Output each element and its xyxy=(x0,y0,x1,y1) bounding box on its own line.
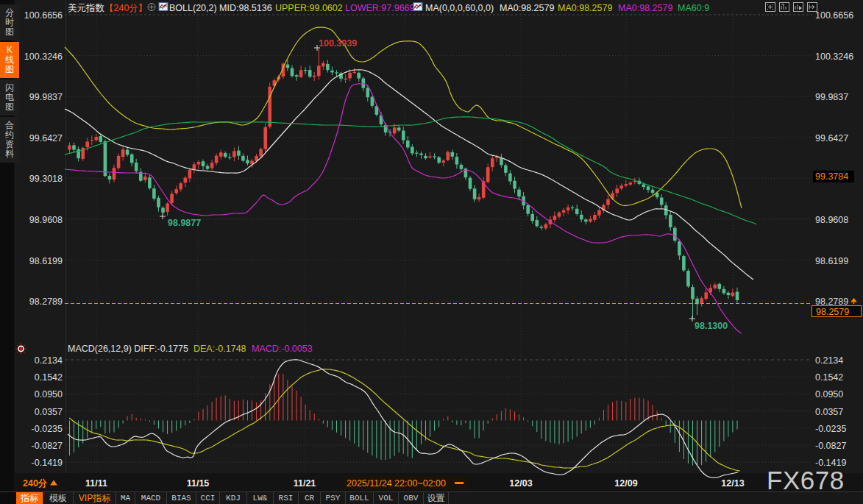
svg-text:0.2134: 0.2134 xyxy=(815,355,843,366)
svg-text:100.3246: 100.3246 xyxy=(24,52,63,62)
svg-text:-0.0827: -0.0827 xyxy=(815,441,846,451)
svg-text:-0.0827: -0.0827 xyxy=(32,441,63,451)
svg-text:12/13: 12/13 xyxy=(721,478,744,489)
svg-text:99.3784: 99.3784 xyxy=(815,171,848,182)
svg-text:0.0950: 0.0950 xyxy=(35,389,63,400)
svg-text:美元指数: 美元指数 xyxy=(68,3,105,13)
svg-text:12/03: 12/03 xyxy=(509,478,532,489)
svg-text:100.3246: 100.3246 xyxy=(815,52,853,62)
svg-text:240分: 240分 xyxy=(23,478,48,489)
svg-text:11/15: 11/15 xyxy=(187,478,210,489)
svg-text:MA0:98.2579: MA0:98.2579 xyxy=(558,3,612,13)
svg-text:0.0357: 0.0357 xyxy=(35,407,63,417)
svg-text:100.3939: 100.3939 xyxy=(319,38,357,49)
svg-text:99.6427: 99.6427 xyxy=(815,133,848,143)
svg-text:2025/11/24 22:00~02:00: 2025/11/24 22:00~02:00 xyxy=(347,478,446,489)
svg-text:-0.0235: -0.0235 xyxy=(815,424,846,434)
svg-text:MA0:98.2579: MA0:98.2579 xyxy=(500,3,554,13)
svg-text:LOWER:97.9669: LOWER:97.9669 xyxy=(345,3,415,13)
svg-text:UPPER:99.0602: UPPER:99.0602 xyxy=(275,3,343,13)
svg-text:12/09: 12/09 xyxy=(614,478,637,489)
svg-text:98.1300: 98.1300 xyxy=(695,321,728,331)
svg-text:MA0:98.2579: MA0:98.2579 xyxy=(618,3,672,13)
svg-text:98.9608: 98.9608 xyxy=(29,215,63,225)
svg-text:BOLL(20,2) MID:98.5136: BOLL(20,2) MID:98.5136 xyxy=(169,3,272,13)
svg-text:MACD:-0.0053: MACD:-0.0053 xyxy=(252,344,313,354)
svg-text:0.0950: 0.0950 xyxy=(815,389,843,400)
svg-text:-0.1419: -0.1419 xyxy=(32,458,63,468)
svg-text:98.9608: 98.9608 xyxy=(815,215,848,225)
svg-text:99.3018: 99.3018 xyxy=(29,174,63,184)
svg-text:11/11: 11/11 xyxy=(85,478,107,489)
svg-text:98.2579: 98.2579 xyxy=(816,307,849,317)
svg-text:0.1542: 0.1542 xyxy=(815,372,843,383)
svg-text:98.9877: 98.9877 xyxy=(168,218,201,228)
svg-text:11/21: 11/21 xyxy=(294,478,316,489)
svg-text:FX678: FX678 xyxy=(767,466,845,494)
svg-text:0.0357: 0.0357 xyxy=(815,407,843,417)
svg-text:MACD(26,12,9) DIFF:-0.1775: MACD(26,12,9) DIFF:-0.1775 xyxy=(68,344,188,354)
svg-text:MA(0,0,0,60,0,0): MA(0,0,0,60,0,0) xyxy=(425,3,494,13)
svg-text:98.2789: 98.2789 xyxy=(29,297,63,307)
svg-text:MA60:9: MA60:9 xyxy=(678,3,709,13)
svg-text:100.6656: 100.6656 xyxy=(815,10,853,21)
svg-text:98.6199: 98.6199 xyxy=(29,256,63,266)
svg-text:100.6656: 100.6656 xyxy=(24,10,63,21)
svg-text:0.2134: 0.2134 xyxy=(35,355,63,366)
svg-text:-0.0235: -0.0235 xyxy=(32,424,63,434)
svg-text:0.1542: 0.1542 xyxy=(35,372,63,383)
svg-text:99.9837: 99.9837 xyxy=(29,92,63,102)
svg-text:【240分】: 【240分】 xyxy=(104,3,147,13)
svg-text:DEA:-0.1748: DEA:-0.1748 xyxy=(193,344,246,354)
svg-text:98.6199: 98.6199 xyxy=(815,256,848,266)
svg-text:99.6427: 99.6427 xyxy=(29,133,63,143)
svg-text:99.9837: 99.9837 xyxy=(815,92,848,102)
